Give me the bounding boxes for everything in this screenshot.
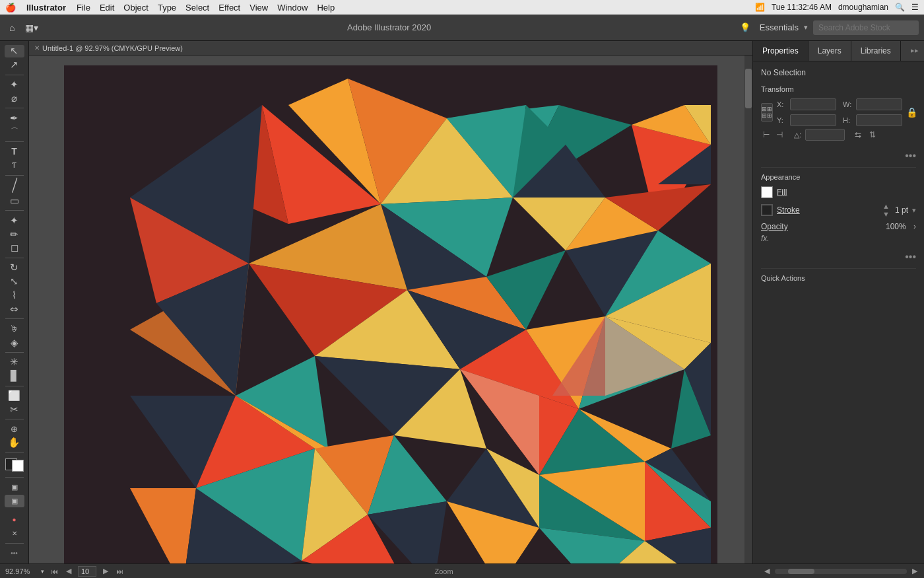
fill-swatch[interactable] xyxy=(761,186,773,198)
menu-effect[interactable]: Effect xyxy=(218,3,240,13)
more-options-btn[interactable]: ••• xyxy=(761,150,916,162)
lock-aspect-icon[interactable]: 🔒 xyxy=(906,107,917,118)
panel-divider-2 xyxy=(761,268,916,269)
canvas-vertical-scrollbar[interactable] xyxy=(744,55,752,563)
menu-select[interactable]: Select xyxy=(185,3,209,13)
stroke-swatch[interactable] xyxy=(761,204,773,216)
menu-edit[interactable]: Edit xyxy=(100,3,114,13)
touch-type-tool[interactable]: Ƭ xyxy=(5,159,24,172)
eyedropper-tool[interactable]: 🖰 xyxy=(5,322,24,335)
color-selector[interactable] xyxy=(5,458,24,472)
menu-file[interactable]: File xyxy=(77,3,90,13)
stroke-weight-dropdown[interactable]: ▾ xyxy=(912,206,916,215)
tab-libraries[interactable]: Libraries xyxy=(851,41,901,61)
menu-type[interactable]: Type xyxy=(158,3,176,13)
align-left-icon[interactable]: ⊢ xyxy=(761,129,772,140)
scroll-right-icon[interactable]: ▶ xyxy=(911,567,919,575)
width-tool[interactable]: ⇔ xyxy=(5,303,24,315)
zoom-dropdown-icon[interactable]: ▾ xyxy=(41,568,44,575)
canvas-wrapper[interactable] xyxy=(29,55,752,563)
quick-actions-title: Quick Actions xyxy=(761,274,916,282)
stroke-weight-value: 1 pt xyxy=(895,205,908,215)
curvature-tool[interactable]: ⌒ xyxy=(5,126,24,138)
rectangle-tool[interactable]: ▭ xyxy=(5,194,24,207)
pen-tool[interactable]: ✒ xyxy=(5,112,24,124)
essentials-chevron[interactable]: ▾ xyxy=(804,23,808,32)
fill-stroke-toggle[interactable]: ● xyxy=(5,513,24,526)
opacity-row: Opacity 100% › xyxy=(761,222,916,231)
stroke-label[interactable]: Stroke xyxy=(777,205,878,215)
menu-window[interactable]: Window xyxy=(277,3,308,13)
control-center-icon[interactable]: ☰ xyxy=(911,3,919,12)
selection-tool[interactable]: ↖ xyxy=(5,45,24,57)
w-input[interactable] xyxy=(856,98,902,110)
direct-selection-tool[interactable]: ↗ xyxy=(5,59,24,71)
nav-last-btn[interactable]: ⏭ xyxy=(115,567,125,575)
screen-mode-normal[interactable]: ▣ xyxy=(5,481,24,493)
edit-toolbar-btn[interactable]: ••• xyxy=(5,547,24,560)
menu-object[interactable]: Object xyxy=(123,3,148,13)
menu-help[interactable]: Help xyxy=(317,3,335,13)
panel-collapse-icon[interactable]: ▸▸ xyxy=(906,41,924,61)
type-tool[interactable]: T xyxy=(5,145,24,158)
nav-first-btn[interactable]: ⏮ xyxy=(50,567,59,575)
artboard-number-input[interactable] xyxy=(78,566,96,577)
rotate-tool[interactable]: ↻ xyxy=(5,262,24,274)
tool-separator-8 xyxy=(5,352,24,353)
opacity-expand-btn[interactable]: › xyxy=(913,222,916,231)
h-input[interactable] xyxy=(856,114,902,126)
light-bulb-icon[interactable]: 💡 xyxy=(736,20,754,35)
blend-tool[interactable]: ◈ xyxy=(5,336,24,349)
pencil-tool[interactable]: ✏ xyxy=(5,228,24,240)
x-input[interactable] xyxy=(790,98,836,110)
panel-content: No Selection Transform ⊞⊞⊞⊞ X: W: xyxy=(753,61,924,563)
flip-h-icon[interactable]: ⇆ xyxy=(853,129,863,140)
appearance-more-btn[interactable]: ••• xyxy=(761,251,916,263)
tab-close-button[interactable]: ✕ xyxy=(34,44,40,52)
essentials-label[interactable]: Essentials xyxy=(760,22,799,32)
align-right-icon[interactable]: ⊣ xyxy=(774,129,785,140)
opacity-label[interactable]: Opacity xyxy=(761,222,882,231)
eraser-tool[interactable]: ◻ xyxy=(5,242,24,254)
tab-title: Untitled-1 @ 92.97% (CMYK/GPU Preview) xyxy=(42,44,183,52)
workspace-switcher[interactable]: ▦▾ xyxy=(21,20,42,36)
tool-separator-1 xyxy=(5,75,24,75)
nav-next-btn[interactable]: ▶ xyxy=(102,567,110,575)
zoom-input[interactable] xyxy=(5,567,38,575)
lasso-tool[interactable]: ⌀ xyxy=(5,92,24,105)
apple-menu[interactable]: 🍎 xyxy=(5,3,16,13)
scale-tool[interactable]: ⤡ xyxy=(5,275,24,288)
transform-section: Transform ⊞⊞⊞⊞ X: W: Y: xyxy=(761,85,916,141)
app-toolbar: ⌂ ▦▾ Adobe Illustrator 2020 💡 Essentials… xyxy=(0,15,924,41)
hand-tool[interactable]: ✋ xyxy=(5,437,24,449)
artboard-tool[interactable]: ⬜ xyxy=(5,389,24,402)
symbol-sprayer-tool[interactable]: ✳ xyxy=(5,356,24,369)
spotlight-icon[interactable]: 🔍 xyxy=(895,3,905,12)
none-icon[interactable]: ✕ xyxy=(5,527,24,540)
stroke-weight-spinner-up[interactable]: ▲▼ xyxy=(882,202,890,218)
app-name[interactable]: Illustrator xyxy=(26,3,66,13)
tool-separator-9 xyxy=(5,386,24,386)
scroll-left-icon[interactable]: ◀ xyxy=(763,567,771,575)
angle-input[interactable] xyxy=(805,129,845,141)
horizontal-scroll-track[interactable] xyxy=(775,569,907,574)
h-label: H: xyxy=(843,116,853,124)
stroke-color[interactable] xyxy=(12,460,24,472)
magic-wand-tool[interactable]: ✦ xyxy=(5,79,24,91)
home-button[interactable]: ⌂ xyxy=(5,20,18,36)
paintbrush-tool[interactable]: ✦ xyxy=(5,214,24,227)
slice-tool[interactable]: ✂ xyxy=(5,403,24,415)
menu-view[interactable]: View xyxy=(249,3,268,13)
zoom-tool[interactable]: ⊕ xyxy=(5,423,24,435)
nav-prev-btn[interactable]: ◀ xyxy=(65,567,73,575)
search-stock-input[interactable] xyxy=(813,20,919,35)
tab-layers[interactable]: Layers xyxy=(808,41,851,61)
tab-properties[interactable]: Properties xyxy=(753,41,808,61)
y-input[interactable] xyxy=(790,114,836,126)
fill-label[interactable]: Fill xyxy=(777,188,916,197)
screen-mode-full[interactable]: ▣ xyxy=(5,495,24,507)
main-layout: ↖ ↗ ✦ ⌀ ✒ ⌒ T Ƭ ╲ ▭ ✦ ✏ ◻ ↻ ⤡ ⌇ ⇔ 🖰 ◈ ✳ … xyxy=(0,41,924,563)
warp-tool[interactable]: ⌇ xyxy=(5,289,24,302)
flip-v-icon[interactable]: ⇅ xyxy=(867,129,878,140)
column-graph-tool[interactable]: ▊ xyxy=(5,370,24,382)
